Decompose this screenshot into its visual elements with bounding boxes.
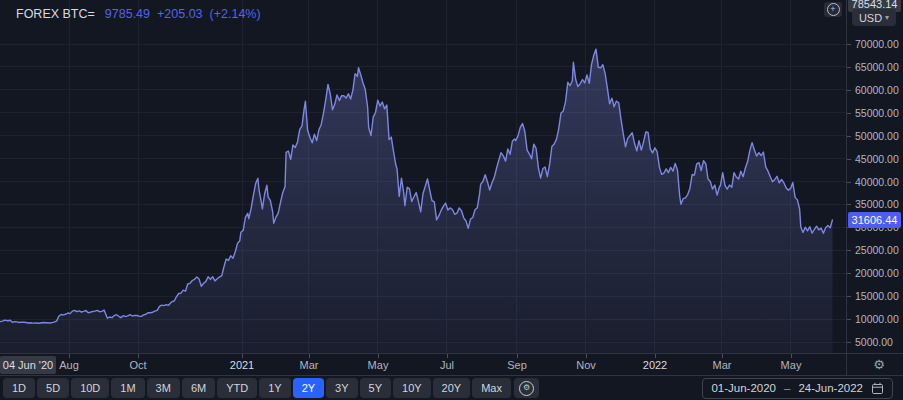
- date-from: 01-Jun-2020: [711, 382, 776, 394]
- gear-icon: ⚙: [519, 381, 534, 396]
- symbol-quote: 9785.49 +205.03 (+2.14%): [105, 7, 261, 21]
- time-axis-tick: [586, 354, 587, 358]
- time-axis-tick: [791, 354, 792, 358]
- range-button-max[interactable]: Max: [472, 378, 511, 398]
- date-separator: –: [784, 382, 790, 394]
- chevron-down-icon: ▾: [885, 14, 889, 22]
- plus-icon: +: [827, 3, 840, 16]
- time-axis-label: May: [781, 359, 802, 371]
- time-axis-label: 2021: [230, 359, 254, 371]
- time-axis-label: Sep: [507, 359, 527, 371]
- range-button-1m[interactable]: 1M: [111, 378, 144, 398]
- chart-plot-area[interactable]: [0, 0, 846, 353]
- time-axis-tick: [655, 354, 656, 358]
- range-button-1y[interactable]: 1Y: [259, 378, 290, 398]
- crosshair-date-badge: 04 Jun '20: [0, 356, 56, 374]
- price-axis-label: 20000.00: [855, 267, 899, 279]
- range-buttons: 1D5D10D1M3M6MYTD1Y2Y3Y5Y10Y20YMax: [3, 378, 511, 398]
- range-settings-button[interactable]: ⚙: [514, 378, 539, 398]
- range-button-20y[interactable]: 20Y: [433, 378, 471, 398]
- time-axis-label: Jul: [440, 359, 454, 371]
- price-axis-label: 35000.00: [855, 198, 899, 210]
- date-to: 24-Jun-2022: [798, 382, 863, 394]
- time-axis-tick: [242, 354, 243, 358]
- time-axis-label: May: [368, 359, 389, 371]
- time-axis-label: Mar: [713, 359, 732, 371]
- date-range-picker[interactable]: 01-Jun-2020 – 24-Jun-2022: [702, 378, 893, 399]
- trading-chart-window: FOREX BTC= 9785.49 +205.03 (+2.14%) + 78…: [0, 0, 903, 400]
- price-axis[interactable]: 78543.14 USD ▾ 31606.44 70000.0065000.00…: [846, 0, 903, 353]
- time-axis-label: Oct: [129, 359, 146, 371]
- range-button-10y[interactable]: 10Y: [393, 378, 431, 398]
- quote-change: +205.03: [157, 7, 203, 21]
- time-axis-label: Mar: [300, 359, 319, 371]
- price-axis-label: 40000.00: [855, 176, 899, 188]
- time-axis-label: 2022: [643, 359, 667, 371]
- price-axis-label: 45000.00: [855, 153, 899, 165]
- price-axis-label: 15000.00: [855, 290, 899, 302]
- price-axis-label: 25000.00: [855, 244, 899, 256]
- currency-label: USD: [859, 12, 882, 24]
- range-button-2y[interactable]: 2Y: [293, 378, 324, 398]
- calendar-icon: [871, 382, 884, 395]
- range-button-3y[interactable]: 3Y: [326, 378, 357, 398]
- price-area: [0, 49, 832, 353]
- range-button-3m[interactable]: 3M: [147, 378, 180, 398]
- price-axis-label: 70000.00: [855, 38, 899, 50]
- range-button-10d[interactable]: 10D: [71, 378, 109, 398]
- symbol-legend: FOREX BTC= 9785.49 +205.03 (+2.14%): [16, 7, 261, 21]
- axis-settings-gear-icon[interactable]: ⚙: [873, 357, 885, 372]
- time-axis-tick: [309, 354, 310, 358]
- price-axis-label: 65000.00: [855, 61, 899, 73]
- price-axis-label: 60000.00: [855, 84, 899, 96]
- price-axis-label: 55000.00: [855, 107, 899, 119]
- symbol-name: FOREX BTC=: [16, 7, 95, 21]
- quote-change-pct: (+2.14%): [210, 7, 261, 21]
- bottom-toolbar: 1D5D10D1M3M6MYTD1Y2Y3Y5Y10Y20YMax ⚙ 01-J…: [0, 375, 903, 400]
- last-price-badge: 31606.44: [848, 212, 901, 228]
- range-button-5d[interactable]: 5D: [37, 378, 69, 398]
- range-button-5y[interactable]: 5Y: [360, 378, 391, 398]
- price-axis-label: 50000.00: [855, 130, 899, 142]
- range-button-1d[interactable]: 1D: [3, 378, 35, 398]
- time-axis-tick: [517, 354, 518, 358]
- time-axis-tick: [69, 354, 70, 358]
- time-axis-tick: [722, 354, 723, 358]
- time-axis[interactable]: AugOct2021MarMayJulSepNov2022MarMay 04 J…: [0, 353, 903, 375]
- time-axis-tick: [138, 354, 139, 358]
- range-button-6m[interactable]: 6M: [182, 378, 215, 398]
- price-axis-label: 5000.00: [855, 336, 893, 348]
- time-axis-label: Nov: [576, 359, 596, 371]
- range-button-ytd[interactable]: YTD: [217, 378, 257, 398]
- time-axis-tick: [378, 354, 379, 358]
- price-chart[interactable]: [0, 0, 846, 353]
- price-axis-label: 10000.00: [855, 313, 899, 325]
- currency-dropdown[interactable]: USD ▾: [852, 9, 896, 26]
- add-alert-button[interactable]: +: [824, 2, 842, 17]
- time-axis-tick: [447, 354, 448, 358]
- time-axis-label: Aug: [59, 359, 79, 371]
- quote-last: 9785.49: [105, 7, 150, 21]
